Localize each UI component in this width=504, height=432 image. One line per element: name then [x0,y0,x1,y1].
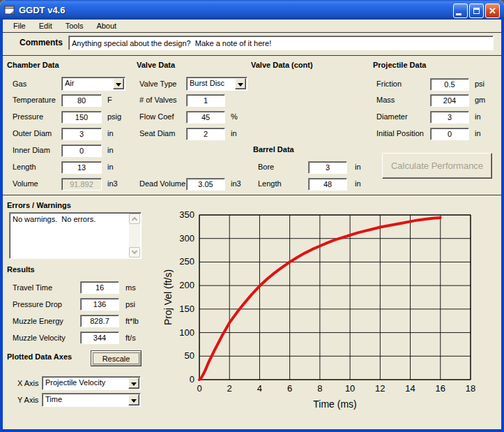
flow-coef-input[interactable] [186,111,225,124]
scroll-down-button[interactable] [129,247,140,258]
mass-input[interactable] [430,94,469,107]
maximize-button[interactable] [469,3,484,18]
errors-textarea[interactable]: No warnings. No errors. [9,212,142,259]
pressure-input[interactable] [61,111,102,124]
diameter-unit: in [475,112,481,121]
flow-coef-unit: % [231,112,238,121]
x-axis-combo-button[interactable] [128,378,139,389]
errors-scrollbar[interactable] [129,214,140,258]
initial-position-label: Initial Position [376,129,424,137]
gas-label: Gas [13,80,26,88]
svg-text:16: 16 [436,383,445,394]
svg-text:Proj Vel (ft/s): Proj Vel (ft/s) [162,269,174,325]
app-icon [4,5,15,15]
travel-time-value[interactable] [80,281,119,294]
chamber-length-unit: in [107,163,114,171]
menu-file[interactable]: File [7,20,33,31]
x-axis-label: X Axis [17,379,39,387]
mass-unit: gm [475,96,485,104]
svg-text:14: 14 [405,383,415,394]
window-border-right [501,20,504,432]
barrel-length-input[interactable] [308,178,347,191]
scroll-down-icon [132,248,137,254]
initial-position-unit: in [475,129,481,137]
friction-unit: psi [475,80,484,88]
chamber-length-input[interactable] [61,161,102,174]
gas-value: Air [65,79,74,87]
valve-type-combo-button[interactable] [235,78,246,89]
svg-text:150: 150 [179,304,194,314]
num-valves-input[interactable] [186,94,225,107]
outer-diam-unit: in [107,129,114,137]
outer-diam-label: Outer Diam [13,129,52,137]
svg-text:0: 0 [190,374,194,385]
menu-edit[interactable]: Edit [33,20,59,31]
svg-text:8: 8 [317,383,322,394]
close-icon: ✕ [489,6,496,15]
comments-input[interactable] [68,36,494,50]
valve-type-value: Burst Disc [190,79,224,87]
minimize-button[interactable] [453,3,468,18]
inner-diam-input[interactable] [61,144,102,157]
bore-unit: in [355,163,361,171]
close-button[interactable]: ✕ [485,3,500,18]
window-border-left [0,20,3,432]
diameter-input[interactable] [430,111,469,124]
muzzle-velocity-value[interactable] [80,332,119,344]
dead-volume-input[interactable] [186,178,225,191]
x-axis-combo[interactable]: Projectile Velocity [42,376,141,390]
svg-text:300: 300 [179,233,194,244]
travel-time-label: Travel Time [13,283,52,292]
menu-bar: File Edit Tools About [3,20,501,33]
scroll-up-button[interactable] [129,214,140,224]
svg-text:12: 12 [375,383,385,394]
errors-text: No warnings. No errors. [13,215,127,223]
volume-input [61,178,102,191]
barrel-length-label: Length [258,179,282,188]
gas-combo-button[interactable] [113,78,124,89]
svg-text:2: 2 [227,383,232,394]
muzzle-velocity-label: Muzzle Velocity [13,334,66,342]
window-border-bottom [0,429,504,432]
chamber-heading: Chamber Data [7,61,59,69]
outer-diam-input[interactable] [61,128,102,140]
menu-about[interactable]: About [90,20,123,31]
y-axis-value: Time [45,395,62,403]
temperature-input[interactable] [61,94,102,107]
seat-diam-input[interactable] [186,128,225,140]
results-heading: Results [7,265,35,274]
flow-coef-label: Flow Coef [139,112,174,121]
pressure-unit: psig [107,112,121,121]
section-divider [3,195,501,195]
valve-type-combo[interactable]: Burst Disc [186,77,247,91]
pressure-drop-value[interactable] [80,298,119,311]
chamber-length-label: Length [13,163,36,171]
temperature-unit: F [107,96,112,104]
menu-tools[interactable]: Tools [59,20,91,31]
bore-input[interactable] [308,161,347,174]
svg-text:350: 350 [179,209,194,220]
muzzle-energy-unit: ft*lb [125,317,139,325]
scroll-up-icon [132,217,137,223]
valve-heading: Valve Data [137,61,175,69]
svg-text:50: 50 [185,350,194,361]
initial-position-input[interactable] [430,128,469,140]
muzzle-energy-value[interactable] [80,315,119,327]
comments-label: Comments [20,38,63,47]
y-axis-combo[interactable]: Time [42,393,141,407]
dropdown-arrow-icon [116,83,121,89]
seat-diam-unit: in [231,129,237,137]
friction-input[interactable] [430,78,469,91]
y-axis-combo-button[interactable] [128,394,139,405]
dropdown-arrow-icon [131,382,137,389]
rescale-button[interactable]: Rescale [91,350,142,366]
num-valves-label: # of Valves [139,96,177,104]
barrel-heading: Barrel Data [253,145,294,154]
title-bar[interactable]: GGDT v4.6 ✕ [0,0,504,20]
app-window: GGDT v4.6 ✕ File Edit Tools About Commen… [0,0,504,432]
comments-divider [3,55,501,56]
plotted-axes-heading: Plotted Data Axes [7,352,72,361]
dead-volume-unit: in3 [231,179,241,188]
gas-combo[interactable]: Air [61,77,125,91]
barrel-length-unit: in [355,179,361,188]
